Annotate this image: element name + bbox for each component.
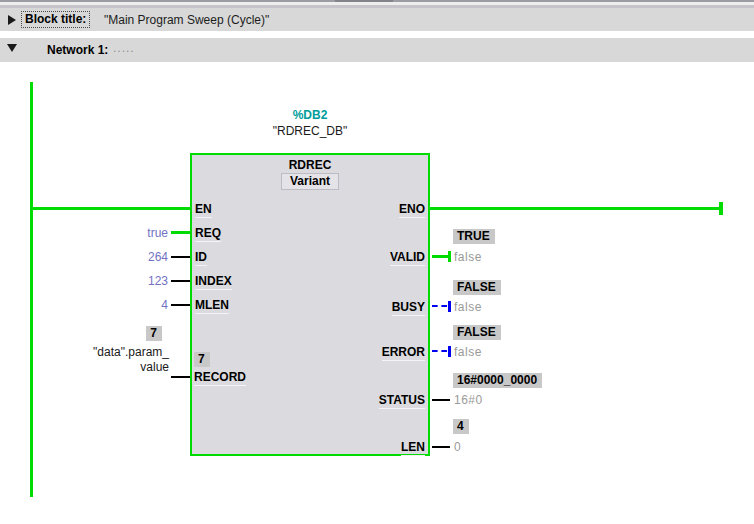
record-wire — [171, 376, 190, 378]
eno-wire — [430, 207, 720, 210]
pin-id[interactable]: ID — [195, 250, 207, 266]
pin-busy[interactable]: BUSY — [392, 300, 425, 316]
power-rail — [30, 82, 33, 497]
pin-req[interactable]: REQ — [195, 226, 221, 242]
variant-type-wrap: Variant — [190, 173, 430, 190]
len-wire — [432, 446, 450, 448]
busy-operand[interactable]: false — [454, 300, 482, 314]
index-operand-value[interactable]: 123 — [40, 274, 168, 288]
block-title-value[interactable]: "Main Program Sweep (Cycle)" — [104, 13, 269, 27]
pin-len[interactable]: LEN — [401, 440, 425, 456]
pin-eno[interactable]: ENO — [399, 202, 425, 218]
block-type-title[interactable]: RDREC — [190, 158, 430, 172]
status-operand[interactable]: 16#0 — [454, 393, 483, 407]
network-title[interactable]: Network 1: — [47, 43, 108, 57]
network-comment-placeholder[interactable]: ..... — [113, 41, 135, 55]
mlen-wire — [171, 304, 190, 306]
pin-index[interactable]: INDEX — [195, 274, 232, 290]
error-monitor-value: FALSE — [453, 325, 501, 340]
len-monitor-value: 4 — [453, 419, 469, 434]
index-wire — [171, 280, 190, 282]
pin-record[interactable]: RECORD — [194, 370, 246, 386]
instance-db-name[interactable]: "RDREC_DB" — [190, 124, 430, 138]
req-operand-value[interactable]: true — [40, 226, 168, 240]
valid-wire-endpoint[interactable] — [448, 251, 451, 262]
expander-expanded-icon[interactable] — [7, 44, 17, 52]
instance-db-address[interactable]: %DB2 — [190, 108, 430, 122]
busy-wire-dashed — [432, 305, 447, 307]
id-operand-value[interactable]: 264 — [40, 250, 168, 264]
pin-error[interactable]: ERROR — [382, 345, 425, 361]
valid-wire — [432, 255, 448, 258]
error-operand[interactable]: false — [454, 345, 482, 359]
record-operand-line1[interactable]: "data".param_ — [40, 345, 169, 359]
expander-collapsed-icon[interactable] — [8, 15, 16, 25]
lad-editor-canvas: Block title: "Main Program Sweep (Cycle)… — [0, 0, 754, 524]
pin-en[interactable]: EN — [195, 202, 212, 218]
status-wire — [432, 399, 450, 401]
valid-operand[interactable]: false — [454, 250, 482, 264]
valid-monitor-value: TRUE — [453, 229, 495, 244]
record-operand-line2[interactable]: value — [40, 360, 169, 374]
busy-monitor-value: FALSE — [453, 280, 501, 295]
error-wire-dashed — [432, 350, 447, 352]
pin-mlen[interactable]: MLEN — [195, 298, 229, 314]
mlen-operand-value[interactable]: 4 — [40, 298, 168, 312]
eno-wire-endpoint[interactable] — [719, 202, 723, 215]
pin-valid[interactable]: VALID — [390, 250, 425, 266]
block-title-label[interactable]: Block title: — [21, 11, 90, 28]
en-wire — [33, 207, 190, 210]
variant-type-dropdown[interactable]: Variant — [281, 173, 339, 190]
req-wire — [171, 231, 190, 234]
record-monitor-value: 7 — [146, 326, 162, 341]
id-wire — [171, 256, 190, 258]
len-operand[interactable]: 0 — [454, 440, 461, 454]
busy-wire-endpoint[interactable] — [448, 301, 451, 312]
pin-status[interactable]: STATUS — [379, 393, 425, 409]
status-monitor-value: 16#0000_0000 — [453, 373, 542, 388]
error-wire-endpoint[interactable] — [448, 346, 451, 357]
record-inner-monitor-value: 7 — [194, 352, 210, 367]
